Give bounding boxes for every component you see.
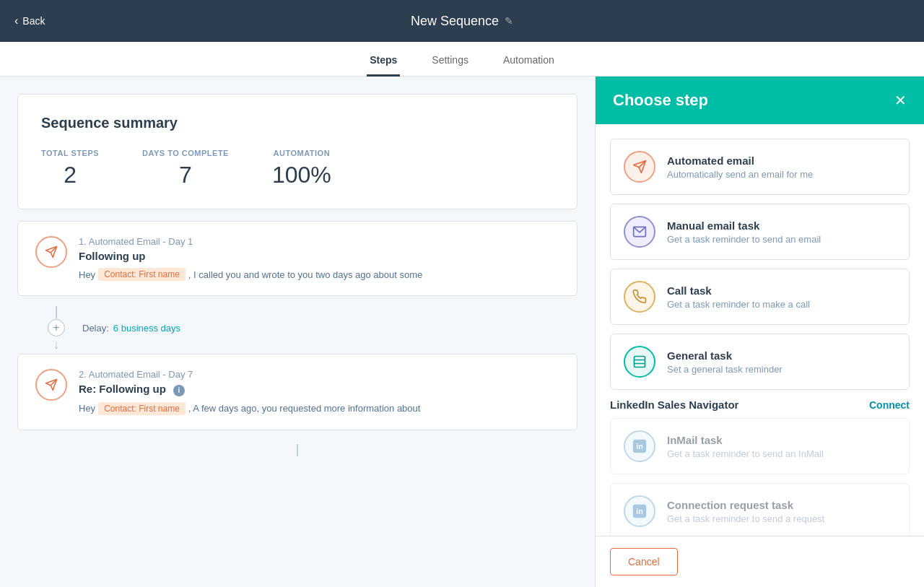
step-card-1: 1. Automated Email - Day 1 Following up … [17, 221, 578, 296]
tab-automation[interactable]: Automation [500, 45, 557, 77]
step-2-contact-tag: Contact: First name [98, 402, 186, 415]
option-inmail-task: in InMail task Get a task reminder to se… [610, 418, 910, 474]
connection-request-icon: in [624, 495, 655, 527]
tab-settings[interactable]: Settings [429, 45, 471, 77]
step-2-preview-after: , A few days ago, you requested more inf… [188, 403, 421, 414]
general-task-icon [624, 346, 655, 378]
stat-automation-label: Automation [274, 149, 331, 157]
linkedin-header: LinkedIn Sales Navigator Connect [610, 399, 910, 411]
option-automated-email[interactable]: Automated email Automatically send an em… [610, 139, 910, 195]
top-nav: ‹ Back New Sequence ✎ [0, 0, 924, 42]
back-label: Back [22, 15, 45, 27]
manual-email-icon [624, 216, 655, 248]
delay-value[interactable]: 6 business days [113, 323, 180, 334]
edit-icon[interactable]: ✎ [505, 15, 513, 27]
tab-steps[interactable]: Steps [367, 45, 400, 77]
back-button[interactable]: ‹ Back [14, 14, 45, 27]
step-2-header: 2. Automated Email - Day 7 Re: Following… [35, 369, 559, 415]
tabs-bar: Steps Settings Automation [0, 42, 924, 77]
automated-email-title: Automated email [667, 155, 896, 167]
delay-label: Delay: [82, 323, 109, 334]
call-task-desc: Get a task reminder to make a call [667, 299, 896, 310]
panel-footer: Cancel [596, 536, 924, 587]
inmail-icon: in [624, 430, 655, 462]
step-1-preview-before: Hey [79, 269, 95, 280]
summary-title: Sequence summary [41, 115, 554, 131]
step-1-content: 1. Automated Email - Day 1 Following up … [79, 236, 559, 281]
stat-days-value: 7 [179, 162, 192, 188]
connection-request-desc: Get a task reminder to send a request [667, 513, 896, 524]
manual-email-desc: Get a task reminder to send an email [667, 234, 896, 245]
bottom-line: | [296, 442, 300, 457]
step-2-icon [35, 369, 67, 401]
svg-text:in: in [636, 507, 643, 516]
stat-days-label: Days to Complete [142, 149, 229, 157]
step-2-content: 2. Automated Email - Day 7 Re: Following… [79, 369, 559, 415]
stat-total-steps-label: Total Steps [41, 149, 99, 157]
connection-request-text: Connection request task Get a task remin… [667, 499, 896, 524]
inmail-desc: Get a task reminder to send an InMail [667, 448, 896, 459]
stat-total-steps: Total Steps 2 [41, 149, 99, 188]
option-call-task[interactable]: Call task Get a task reminder to make a … [610, 269, 910, 325]
step-1-icon [35, 236, 67, 268]
option-manual-email[interactable]: Manual email task Get a task reminder to… [610, 204, 910, 260]
panel-title: Choose step [613, 91, 708, 110]
manual-email-title: Manual email task [667, 219, 896, 232]
summary-card: Sequence summary Total Steps 2 Days to C… [17, 94, 578, 209]
automated-email-text: Automated email Automatically send an em… [667, 155, 896, 180]
sequence-title: New Sequence [411, 14, 499, 29]
delay-line-top: | [55, 305, 58, 318]
svg-rect-7 [635, 357, 645, 368]
close-panel-button[interactable]: ✕ [894, 93, 907, 108]
automated-email-icon [624, 151, 655, 183]
automated-email-desc: Automatically send an email for me [667, 169, 896, 180]
general-task-desc: Set a general task reminder [667, 364, 896, 375]
step-2-name: Re: Following up i [79, 383, 559, 396]
step-2-preview: Hey Contact: First name , A few days ago… [79, 402, 559, 415]
left-content: Sequence summary Total Steps 2 Days to C… [0, 77, 595, 587]
linkedin-title: LinkedIn Sales Navigator [610, 399, 738, 411]
call-task-icon [624, 281, 655, 313]
option-connection-request: in Connection request task Get a task re… [610, 483, 910, 536]
step-1-preview: Hey Contact: First name , I called you a… [79, 268, 559, 281]
manual-email-text: Manual email task Get a task reminder to… [667, 219, 896, 245]
right-panel: Choose step ✕ Automated email Automatica… [595, 77, 924, 587]
add-step-button[interactable]: + [48, 319, 65, 336]
step-2-label: 2. Automated Email - Day 7 [79, 369, 559, 380]
step-1-header: 1. Automated Email - Day 1 Following up … [35, 236, 559, 281]
stat-days-complete: Days to Complete 7 [142, 149, 229, 188]
stat-total-steps-value: 2 [64, 162, 77, 188]
info-icon: i [173, 385, 185, 396]
stat-automation-value: 100% [272, 162, 331, 188]
panel-header: Choose step ✕ [596, 77, 924, 124]
delay-line-bottom: ↓ [53, 338, 60, 351]
step-1-contact-tag: Contact: First name [98, 268, 186, 281]
option-general-task[interactable]: General task Set a general task reminder [610, 334, 910, 390]
step-1-preview-after: , I called you and wrote to you two days… [188, 269, 422, 280]
panel-body: Automated email Automatically send an em… [596, 124, 924, 536]
linkedin-section: LinkedIn Sales Navigator Connect in InMa… [610, 399, 910, 536]
svg-text:in: in [636, 442, 643, 451]
connection-request-title: Connection request task [667, 499, 896, 511]
step-1-name: Following up [79, 250, 559, 262]
cancel-button[interactable]: Cancel [610, 548, 678, 575]
inmail-text: InMail task Get a task reminder to send … [667, 434, 896, 459]
call-task-text: Call task Get a task reminder to make a … [667, 284, 896, 310]
step-card-2: 2. Automated Email - Day 7 Re: Following… [17, 354, 578, 430]
summary-stats: Total Steps 2 Days to Complete 7 Automat… [41, 149, 554, 188]
general-task-text: General task Set a general task reminder [667, 349, 896, 375]
back-arrow-icon: ‹ [14, 14, 18, 27]
step-1-label: 1. Automated Email - Day 1 [79, 236, 559, 247]
main-layout: Sequence summary Total Steps 2 Days to C… [0, 77, 924, 587]
inmail-title: InMail task [667, 434, 896, 446]
nav-title: New Sequence ✎ [411, 14, 513, 29]
linkedin-connect-button[interactable]: Connect [869, 399, 910, 411]
call-task-title: Call task [667, 284, 896, 297]
general-task-title: General task [667, 349, 896, 362]
step-2-preview-before: Hey [79, 403, 95, 414]
stat-automation: Automation 100% [272, 149, 331, 188]
